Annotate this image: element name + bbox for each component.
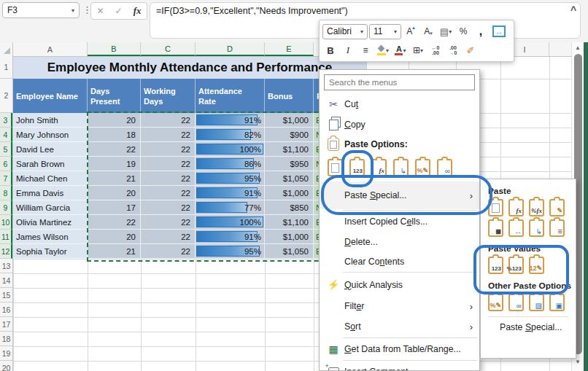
cell-working-days[interactable]: 22 (141, 244, 196, 259)
cell-bonus[interactable]: $950 (265, 157, 314, 171)
bold-icon[interactable]: B (322, 43, 339, 58)
paste-values-icon[interactable]: 123 (349, 159, 365, 176)
autofit-icon[interactable]: ↔ (492, 26, 506, 37)
cell-bonus[interactable]: $1,000 (265, 113, 314, 128)
borders-icon[interactable]: ⊞▾ (410, 43, 426, 58)
cell-working-days[interactable]: 22 (141, 200, 196, 215)
paste-linked-picture-icon[interactable]: ▣ (549, 294, 565, 311)
row-header-17[interactable]: 17 (0, 317, 12, 332)
cell-employee-name[interactable]: Mary Johnson (13, 128, 88, 142)
paste-link-icon[interactable]: ∞ (508, 294, 524, 311)
comma-style-icon[interactable]: , (473, 24, 489, 39)
cell-attendance-rate[interactable]: 100% (196, 215, 265, 230)
row-header-9[interactable]: 9 (0, 200, 12, 215)
menu-item-sort[interactable]: Sort› (320, 316, 479, 337)
font-name-select[interactable]: Calibri▾ (322, 24, 368, 39)
menu-item-quick-analysis[interactable]: ⚡Quick Analysis (320, 273, 479, 296)
row-header-11[interactable]: 11 (0, 230, 12, 244)
cell-working-days[interactable]: 22 (141, 157, 196, 171)
cell-days-present[interactable]: 21 (88, 171, 141, 186)
row-header-12[interactable]: 12 (0, 244, 12, 259)
cell-employee-name[interactable]: Olivia Martinez (13, 215, 88, 230)
paste-icon[interactable] (328, 159, 343, 176)
paste-formulas-icon[interactable]: fx (371, 159, 387, 176)
cell-bonus[interactable]: $1,050 (265, 171, 314, 186)
row-header-4[interactable]: 4 (0, 128, 12, 142)
cell-working-days[interactable]: 22 (141, 171, 196, 186)
menu-item-filter[interactable]: Filter› (320, 296, 479, 316)
collapse-formula-bar-icon[interactable]: ^ (570, 4, 576, 16)
row-header-8[interactable]: 8 (0, 186, 12, 200)
cell-style-icon[interactable]: ▤▾ (438, 24, 454, 39)
paste-values-format-icon[interactable]: 12✎ (529, 257, 544, 274)
menu-item-copy[interactable]: Copy (320, 114, 479, 135)
percent-style-icon[interactable]: % (455, 24, 471, 39)
format-painter-icon[interactable]: ✐ (463, 43, 479, 58)
enter-icon[interactable]: ✓ (115, 6, 123, 16)
row-header-2[interactable]: 2 (0, 79, 12, 113)
column-title-3[interactable]: Working Days (141, 79, 196, 113)
increase-font-icon[interactable]: A▴ (403, 24, 419, 39)
paste-col-widths-icon[interactable]: ↔ (508, 219, 524, 237)
row-header-10[interactable]: 10 (0, 215, 12, 230)
font-color-icon[interactable]: A▾ (392, 43, 409, 58)
cell-employee-name[interactable]: Sarah Brown (13, 157, 88, 171)
cell-working-days[interactable]: 22 (141, 128, 196, 142)
cell-days-present[interactable]: 17 (88, 200, 141, 215)
cell-attendance-rate[interactable]: 100% (196, 142, 265, 157)
menu-item-paste-special[interactable]: Paste Special...› (320, 181, 479, 209)
column-header-A[interactable]: A (13, 42, 88, 56)
menu-item-cut[interactable]: ✂Cut (320, 94, 479, 114)
scroll-down-icon[interactable]: ▼ (572, 359, 584, 365)
cell-working-days[interactable]: 22 (141, 215, 196, 230)
column-title-5[interactable]: Bonus (265, 79, 314, 113)
row-header-3[interactable]: 3 (0, 113, 12, 128)
paste-formatting-icon[interactable]: %✎ (488, 294, 503, 311)
cell-bonus[interactable]: $1,050 (265, 244, 314, 259)
cell-working-days[interactable]: 22 (141, 142, 196, 157)
row-header-13[interactable]: 13 (0, 259, 12, 273)
cell-days-present[interactable]: 18 (88, 128, 141, 142)
paste-transpose-icon[interactable]: ↳ (529, 219, 544, 237)
row-header-5[interactable]: 5 (0, 142, 12, 157)
cell-employee-name[interactable]: David Lee (13, 142, 88, 157)
row-header-18[interactable]: 18 (0, 332, 12, 346)
cell-employee-name[interactable]: James Wilson (13, 230, 88, 244)
menu-item-clear-contents[interactable]: Clear Contents (320, 252, 479, 271)
paste-values-number-icon[interactable]: %123 (508, 257, 524, 274)
cell-attendance-rate[interactable]: 86% (196, 157, 265, 171)
cell-days-present[interactable]: 22 (88, 215, 141, 230)
cancel-icon[interactable]: ✕ (97, 6, 104, 16)
scroll-up-icon[interactable]: ▲ (572, 44, 584, 51)
paste-source-formatting-icon[interactable]: ✎ (549, 199, 565, 216)
cell-attendance-rate[interactable]: 91% (196, 230, 265, 244)
paste-icon[interactable] (488, 199, 503, 216)
cell-days-present[interactable]: 21 (88, 244, 141, 259)
cell-days-present[interactable]: 20 (88, 186, 141, 200)
paste-transpose-icon[interactable]: ↳ (393, 159, 409, 176)
font-size-select[interactable]: 11▾ (369, 24, 401, 39)
cell-days-present[interactable]: 22 (88, 142, 141, 157)
paste-link-icon[interactable]: ∞ (437, 159, 452, 176)
row-header-7[interactable]: 7 (0, 171, 12, 186)
row-header-1[interactable]: 1 (0, 56, 12, 79)
paste-formatting-icon[interactable]: %✎ (415, 159, 430, 176)
column-header-D[interactable]: D (196, 42, 265, 56)
menu-item-insert-comment[interactable]: Insert Comment (320, 362, 479, 371)
paste-match-dest-icon[interactable]: ≡ (549, 219, 565, 237)
italic-icon[interactable]: I (340, 43, 356, 58)
select-all-corner[interactable] (0, 42, 13, 56)
fill-color-icon[interactable]: ▾ (375, 43, 391, 58)
cell-working-days[interactable]: 22 (141, 186, 196, 200)
cell-bonus[interactable]: $850 (265, 200, 314, 215)
column-header-E[interactable]: E (265, 42, 314, 56)
menu-item-get-data-from-table-range[interactable]: ▦Get Data from Table/Range... (320, 339, 479, 359)
cell-employee-name[interactable]: Emma Davis (13, 186, 88, 200)
decrease-decimal-icon[interactable]: .00→0 (445, 43, 461, 58)
row-header-20[interactable]: 20 (0, 361, 12, 371)
cell-days-present[interactable]: 20 (88, 230, 141, 244)
paste-formulas-icon[interactable]: fx (508, 199, 524, 216)
menu-item-paste-special-footer[interactable]: Paste Special... (488, 317, 576, 332)
increase-decimal-icon[interactable]: ←←00.00 (428, 43, 444, 58)
row-header-6[interactable]: 6 (0, 157, 12, 171)
